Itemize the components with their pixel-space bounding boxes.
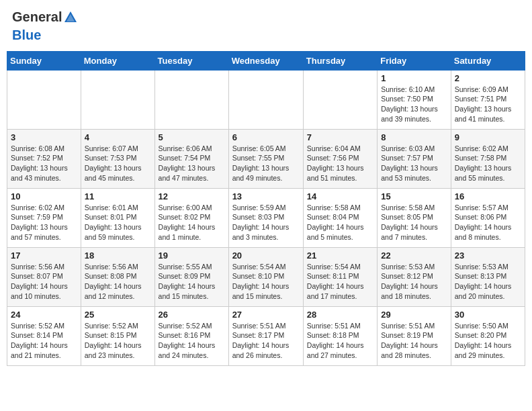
weekday-header-row: SundayMondayTuesdayWednesdayThursdayFrid…: [7, 51, 525, 70]
day-info: Sunrise: 6:02 AM Sunset: 7:59 PM Dayligh…: [11, 203, 77, 242]
day-number: 9: [455, 132, 521, 142]
calendar-cell: 9Sunrise: 6:02 AM Sunset: 7:58 PM Daylig…: [451, 129, 525, 188]
day-info: Sunrise: 5:59 AM Sunset: 8:03 PM Dayligh…: [232, 203, 300, 242]
calendar-cell: [228, 70, 303, 129]
page-header: General Blue: [7, 7, 525, 46]
calendar-week-1: 1Sunrise: 6:10 AM Sunset: 7:50 PM Daylig…: [7, 70, 525, 129]
day-info: Sunrise: 6:10 AM Sunset: 7:50 PM Dayligh…: [381, 85, 447, 124]
day-number: 20: [232, 250, 300, 261]
calendar-cell: 15Sunrise: 5:58 AM Sunset: 8:05 PM Dayli…: [378, 188, 451, 247]
day-number: 19: [159, 250, 225, 261]
calendar-cell: 1Sunrise: 6:10 AM Sunset: 7:50 PM Daylig…: [378, 70, 451, 129]
day-info: Sunrise: 5:58 AM Sunset: 8:05 PM Dayligh…: [381, 203, 447, 242]
weekday-header-sunday: Sunday: [7, 51, 81, 70]
calendar-cell: 16Sunrise: 5:57 AM Sunset: 8:06 PM Dayli…: [451, 188, 525, 247]
logo-icon: [63, 10, 78, 28]
calendar-cell: 14Sunrise: 5:58 AM Sunset: 8:04 PM Dayli…: [303, 188, 377, 247]
calendar-week-3: 10Sunrise: 6:02 AM Sunset: 7:59 PM Dayli…: [7, 188, 525, 247]
calendar-cell: 3Sunrise: 6:08 AM Sunset: 7:52 PM Daylig…: [7, 129, 81, 188]
day-number: 12: [159, 191, 225, 201]
day-info: Sunrise: 5:53 AM Sunset: 8:13 PM Dayligh…: [455, 262, 521, 302]
day-number: 29: [381, 310, 447, 320]
day-number: 28: [307, 310, 373, 320]
calendar-cell: 28Sunrise: 5:51 AM Sunset: 8:18 PM Dayli…: [303, 306, 377, 365]
day-number: 1: [381, 73, 447, 83]
calendar-cell: 10Sunrise: 6:02 AM Sunset: 7:59 PM Dayli…: [7, 188, 81, 247]
day-info: Sunrise: 5:52 AM Sunset: 8:14 PM Dayligh…: [11, 321, 77, 361]
day-info: Sunrise: 6:02 AM Sunset: 7:58 PM Dayligh…: [455, 144, 521, 183]
logo-blue-text: Blue: [12, 28, 41, 42]
day-info: Sunrise: 5:53 AM Sunset: 8:12 PM Dayligh…: [381, 262, 447, 302]
calendar-cell: [7, 70, 81, 129]
day-info: Sunrise: 5:56 AM Sunset: 8:07 PM Dayligh…: [11, 262, 77, 302]
day-number: 24: [11, 310, 77, 320]
logo-general-text: General: [12, 9, 62, 24]
calendar-cell: 18Sunrise: 5:56 AM Sunset: 8:08 PM Dayli…: [81, 247, 154, 306]
day-info: Sunrise: 5:57 AM Sunset: 8:06 PM Dayligh…: [455, 203, 521, 242]
calendar-cell: 30Sunrise: 5:50 AM Sunset: 8:20 PM Dayli…: [451, 306, 525, 365]
day-info: Sunrise: 6:05 AM Sunset: 7:55 PM Dayligh…: [232, 144, 300, 183]
day-info: Sunrise: 5:50 AM Sunset: 8:20 PM Dayligh…: [455, 321, 521, 361]
day-number: 16: [455, 191, 521, 201]
weekday-header-wednesday: Wednesday: [228, 51, 303, 70]
day-info: Sunrise: 5:56 AM Sunset: 8:08 PM Dayligh…: [85, 262, 151, 302]
calendar-week-5: 24Sunrise: 5:52 AM Sunset: 8:14 PM Dayli…: [7, 306, 525, 365]
day-number: 15: [381, 191, 447, 201]
day-info: Sunrise: 6:00 AM Sunset: 8:02 PM Dayligh…: [159, 203, 225, 242]
calendar-cell: 21Sunrise: 5:54 AM Sunset: 8:11 PM Dayli…: [303, 247, 377, 306]
calendar-cell: 25Sunrise: 5:52 AM Sunset: 8:15 PM Dayli…: [81, 306, 154, 365]
day-number: 13: [232, 191, 300, 201]
day-number: 25: [85, 310, 151, 320]
calendar-cell: 11Sunrise: 6:01 AM Sunset: 8:01 PM Dayli…: [81, 188, 154, 247]
calendar-cell: 6Sunrise: 6:05 AM Sunset: 7:55 PM Daylig…: [228, 129, 303, 188]
day-number: 21: [307, 250, 373, 261]
weekday-header-saturday: Saturday: [451, 51, 525, 70]
day-info: Sunrise: 6:06 AM Sunset: 7:54 PM Dayligh…: [159, 144, 225, 183]
day-info: Sunrise: 5:51 AM Sunset: 8:17 PM Dayligh…: [232, 321, 300, 361]
day-number: 22: [381, 250, 447, 261]
day-number: 7: [307, 132, 373, 142]
day-number: 5: [159, 132, 225, 142]
calendar-cell: 20Sunrise: 5:54 AM Sunset: 8:10 PM Dayli…: [228, 247, 303, 306]
day-info: Sunrise: 5:54 AM Sunset: 8:10 PM Dayligh…: [232, 262, 300, 302]
day-info: Sunrise: 6:08 AM Sunset: 7:52 PM Dayligh…: [11, 144, 77, 183]
calendar-cell: [81, 70, 154, 129]
calendar-cell: 2Sunrise: 6:09 AM Sunset: 7:51 PM Daylig…: [451, 70, 525, 129]
weekday-header-monday: Monday: [81, 51, 154, 70]
calendar-table: SundayMondayTuesdayWednesdayThursdayFrid…: [7, 51, 525, 366]
calendar-cell: 29Sunrise: 5:51 AM Sunset: 8:19 PM Dayli…: [378, 306, 451, 365]
calendar-cell: 4Sunrise: 6:07 AM Sunset: 7:53 PM Daylig…: [81, 129, 154, 188]
calendar-cell: 22Sunrise: 5:53 AM Sunset: 8:12 PM Dayli…: [378, 247, 451, 306]
day-info: Sunrise: 6:04 AM Sunset: 7:56 PM Dayligh…: [307, 144, 373, 183]
calendar-cell: 5Sunrise: 6:06 AM Sunset: 7:54 PM Daylig…: [154, 129, 228, 188]
day-number: 17: [11, 250, 77, 261]
calendar-cell: 24Sunrise: 5:52 AM Sunset: 8:14 PM Dayli…: [7, 306, 81, 365]
day-number: 14: [307, 191, 373, 201]
calendar-cell: 19Sunrise: 5:55 AM Sunset: 8:09 PM Dayli…: [154, 247, 228, 306]
day-info: Sunrise: 6:09 AM Sunset: 7:51 PM Dayligh…: [455, 85, 521, 124]
logo: General Blue: [12, 9, 78, 43]
calendar-cell: 8Sunrise: 6:03 AM Sunset: 7:57 PM Daylig…: [378, 129, 451, 188]
calendar-cell: [154, 70, 228, 129]
calendar-week-2: 3Sunrise: 6:08 AM Sunset: 7:52 PM Daylig…: [7, 129, 525, 188]
weekday-header-thursday: Thursday: [303, 51, 377, 70]
day-number: 11: [85, 191, 151, 201]
calendar-cell: 26Sunrise: 5:52 AM Sunset: 8:16 PM Dayli…: [154, 306, 228, 365]
day-info: Sunrise: 6:07 AM Sunset: 7:53 PM Dayligh…: [85, 144, 151, 183]
calendar-cell: 13Sunrise: 5:59 AM Sunset: 8:03 PM Dayli…: [228, 188, 303, 247]
calendar-cell: 17Sunrise: 5:56 AM Sunset: 8:07 PM Dayli…: [7, 247, 81, 306]
day-number: 30: [455, 310, 521, 320]
day-number: 10: [11, 191, 77, 201]
calendar-cell: 12Sunrise: 6:00 AM Sunset: 8:02 PM Dayli…: [154, 188, 228, 247]
day-info: Sunrise: 5:51 AM Sunset: 8:19 PM Dayligh…: [381, 321, 447, 361]
day-info: Sunrise: 5:58 AM Sunset: 8:04 PM Dayligh…: [307, 203, 373, 242]
day-info: Sunrise: 6:01 AM Sunset: 8:01 PM Dayligh…: [85, 203, 151, 242]
weekday-header-tuesday: Tuesday: [154, 51, 228, 70]
day-info: Sunrise: 5:52 AM Sunset: 8:15 PM Dayligh…: [85, 321, 151, 361]
calendar-cell: 7Sunrise: 6:04 AM Sunset: 7:56 PM Daylig…: [303, 129, 377, 188]
day-number: 26: [159, 310, 225, 320]
calendar-cell: 23Sunrise: 5:53 AM Sunset: 8:13 PM Dayli…: [451, 247, 525, 306]
day-number: 8: [381, 132, 447, 142]
calendar-cell: 27Sunrise: 5:51 AM Sunset: 8:17 PM Dayli…: [228, 306, 303, 365]
day-info: Sunrise: 5:52 AM Sunset: 8:16 PM Dayligh…: [159, 321, 225, 361]
